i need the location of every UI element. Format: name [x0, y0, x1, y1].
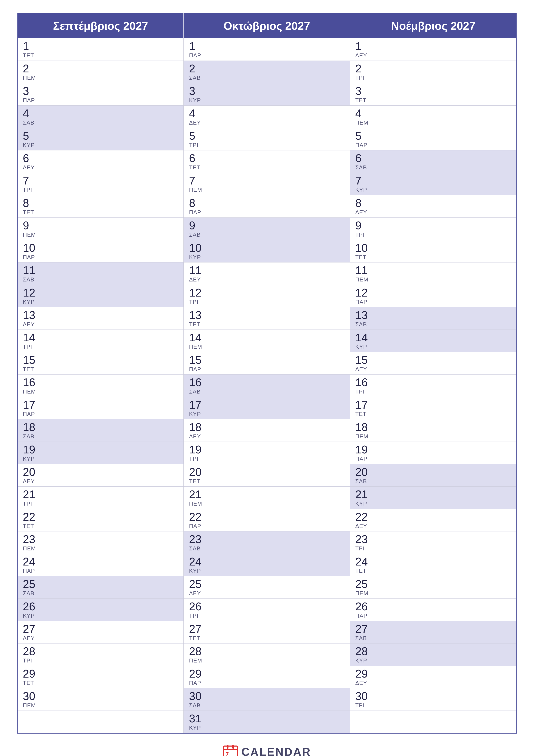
- day-number: 22: [23, 511, 178, 523]
- day-abbr: ΚΥΡ: [189, 568, 344, 574]
- day-number: 24: [23, 556, 178, 567]
- day-row: 18ΠΕΜ: [350, 419, 516, 442]
- day-abbr: ΤΕΤ: [23, 209, 178, 216]
- day-abbr: ΚΥΡ: [355, 657, 511, 664]
- day-row: 30ΣΑΒ: [184, 688, 350, 711]
- month-column-2: 1ΠΑΡ2ΣΑΒ3ΚΥΡ4ΔΕΥ5ΤΡΙ6ΤΕΤ7ΠΕΜ8ΠΑΡ9ΣΑΒ10ΚΥ…: [184, 39, 350, 733]
- day-row: 26ΤΡΙ: [184, 599, 350, 621]
- day-abbr: ΤΡΙ: [23, 187, 178, 193]
- day-abbr: ΠΑΡ: [355, 456, 511, 462]
- svg-rect-2: [227, 745, 228, 749]
- day-abbr: ΚΥΡ: [23, 142, 178, 148]
- day-number: 25: [23, 579, 178, 590]
- day-abbr: ΤΕΤ: [189, 164, 344, 171]
- day-row: 14ΚΥΡ: [350, 330, 516, 352]
- day-number: 11: [355, 265, 511, 276]
- day-number: 6: [23, 152, 178, 164]
- day-abbr: ΠΑΡ: [23, 254, 178, 260]
- svg-rect-3: [232, 745, 234, 749]
- day-abbr: ΠΕΜ: [23, 74, 178, 81]
- day-row: 18ΣΑΒ: [18, 419, 184, 442]
- day-abbr: ΔΕΥ: [23, 321, 178, 328]
- day-abbr: ΠΑΡ: [355, 299, 511, 305]
- day-row: 9ΤΡΙ: [350, 218, 516, 240]
- day-abbr: ΤΕΤ: [23, 52, 178, 59]
- day-number: 10: [23, 242, 178, 254]
- day-number: 9: [23, 220, 178, 231]
- day-abbr: ΣΑΒ: [355, 478, 511, 485]
- empty-day: [18, 711, 184, 728]
- day-number: 15: [23, 354, 178, 365]
- month-header: Νοέμβριος 2027: [350, 14, 516, 39]
- day-number: 5: [189, 130, 344, 141]
- day-number: 7: [23, 175, 178, 186]
- day-number: 29: [355, 668, 511, 679]
- day-abbr: ΠΑΡ: [189, 523, 344, 529]
- month-column-3: 1ΔΕΥ2ΤΡΙ3ΤΕΤ4ΠΕΜ5ΠΑΡ6ΣΑΒ7ΚΥΡ8ΔΕΥ9ΤΡΙ10ΤΕ…: [350, 39, 516, 733]
- day-abbr: ΠΕΜ: [189, 657, 344, 664]
- day-abbr: ΔΕΥ: [189, 590, 344, 597]
- day-abbr: ΠΕΜ: [23, 388, 178, 395]
- day-row: 16ΣΑΒ: [184, 375, 350, 397]
- day-number: 28: [23, 646, 178, 657]
- day-number: 21: [23, 489, 178, 500]
- day-row: 15ΠΑΡ: [184, 352, 350, 375]
- day-abbr: ΠΕΜ: [355, 276, 511, 283]
- day-number: 17: [355, 399, 511, 410]
- day-number: 17: [189, 399, 344, 410]
- day-abbr: ΤΕΤ: [189, 635, 344, 641]
- day-abbr: ΤΡΙ: [189, 142, 344, 148]
- day-row: 25ΔΕΥ: [184, 576, 350, 599]
- day-number: 12: [355, 287, 511, 298]
- day-abbr: ΠΕΜ: [189, 343, 344, 350]
- calendar-container: Σεπτέμβριος 2027Οκτώβριος 2027Νοέμβριος …: [17, 13, 517, 734]
- day-row: 14ΤΡΙ: [18, 330, 184, 352]
- day-abbr: ΚΥΡ: [355, 500, 511, 507]
- day-row: 12ΚΥΡ: [18, 285, 184, 307]
- day-row: 3ΠΑΡ: [18, 83, 184, 106]
- day-row: 28ΚΥΡ: [350, 643, 516, 666]
- day-number: 24: [189, 556, 344, 567]
- day-abbr: ΚΥΡ: [23, 456, 178, 462]
- day-number: 19: [23, 444, 178, 455]
- day-abbr: ΠΕΜ: [189, 187, 344, 193]
- day-number: 14: [23, 332, 178, 343]
- day-abbr: ΣΑΒ: [189, 74, 344, 81]
- day-row: 18ΔΕΥ: [184, 419, 350, 442]
- day-row: 6ΔΕΥ: [18, 150, 184, 173]
- day-number: 16: [23, 377, 178, 388]
- day-number: 1: [189, 40, 344, 52]
- day-number: 11: [189, 265, 344, 276]
- day-number: 9: [355, 220, 511, 231]
- day-number: 25: [189, 579, 344, 590]
- calendar-logo-icon: 7: [223, 744, 238, 756]
- day-abbr: ΚΥΡ: [23, 612, 178, 619]
- day-row: 12ΤΡΙ: [184, 285, 350, 307]
- day-number: 20: [189, 466, 344, 477]
- day-abbr: ΤΡΙ: [189, 456, 344, 462]
- day-number: 25: [355, 579, 511, 590]
- day-row: 8ΔΕΥ: [350, 195, 516, 218]
- day-number: 10: [355, 242, 511, 254]
- day-number: 3: [355, 85, 511, 96]
- day-row: 28ΠΕΜ: [184, 643, 350, 666]
- day-abbr: ΔΕΥ: [355, 209, 511, 216]
- day-row: 24ΠΑΡ: [18, 554, 184, 576]
- day-abbr: ΠΕΜ: [355, 120, 511, 126]
- day-number: 12: [189, 287, 344, 298]
- day-row: 14ΠΕΜ: [184, 330, 350, 352]
- day-abbr: ΠΑΡ: [23, 568, 178, 574]
- day-abbr: ΤΕΤ: [23, 366, 178, 373]
- month-header: Σεπτέμβριος 2027: [18, 14, 184, 39]
- day-abbr: ΠΕΜ: [23, 545, 178, 552]
- day-abbr: ΤΡΙ: [189, 299, 344, 305]
- day-row: 27ΣΑΒ: [350, 621, 516, 643]
- day-abbr: ΠΕΜ: [355, 433, 511, 440]
- day-number: 14: [189, 332, 344, 343]
- day-row: 31ΚΥΡ: [184, 711, 350, 733]
- day-row: 17ΚΥΡ: [184, 397, 350, 419]
- day-number: 3: [189, 85, 344, 96]
- day-abbr: ΚΥΡ: [189, 724, 344, 731]
- day-number: 1: [23, 40, 178, 52]
- day-number: 28: [355, 646, 511, 657]
